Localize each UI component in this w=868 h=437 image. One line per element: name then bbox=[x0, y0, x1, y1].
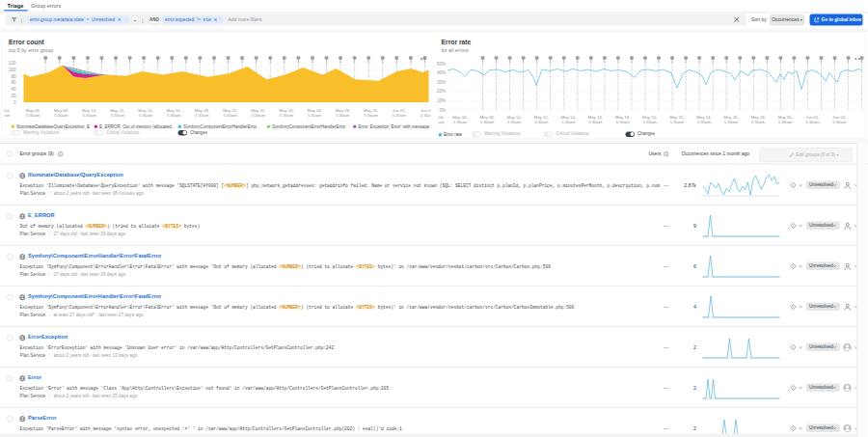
svg-text:5:30am: 5:30am bbox=[832, 120, 847, 124]
svg-text:10%: 10% bbox=[437, 98, 446, 103]
svg-text:am: am bbox=[5, 113, 11, 118]
svg-text:5:30am: 5:30am bbox=[167, 113, 181, 118]
svg-text:5:30am: 5:30am bbox=[139, 113, 153, 118]
svg-text:5:30am: 5:30am bbox=[697, 120, 712, 124]
svg-text:40%: 40% bbox=[437, 70, 446, 75]
svg-text:5:30am: 5:30am bbox=[751, 120, 766, 124]
svg-text:5:30am: 5:30am bbox=[805, 120, 820, 124]
svg-text:5:30am: 5:30am bbox=[364, 113, 378, 118]
svg-text:5:30am: 5:30am bbox=[724, 120, 739, 124]
svg-text:0%: 0% bbox=[439, 108, 446, 113]
svg-text:am: am bbox=[439, 120, 445, 124]
svg-text:5:30am: 5:30am bbox=[507, 120, 522, 124]
svg-text:5:30am: 5:30am bbox=[561, 120, 576, 124]
svg-text:5:30am: 5:30am bbox=[252, 113, 266, 118]
svg-text:5:30am: 5:30am bbox=[54, 113, 68, 118]
svg-text:120: 120 bbox=[9, 61, 16, 66]
svg-text:5:30am: 5:30am bbox=[308, 113, 322, 118]
svg-text:20%: 20% bbox=[437, 89, 446, 94]
svg-text:5:30am: 5:30am bbox=[778, 120, 793, 124]
svg-text:60: 60 bbox=[11, 80, 16, 85]
svg-text:5:30am: 5:30am bbox=[82, 113, 96, 118]
svg-text:5:30am: 5:30am bbox=[480, 120, 495, 124]
svg-text:20: 20 bbox=[11, 94, 16, 98]
svg-text:40: 40 bbox=[11, 87, 16, 92]
svg-text:5:30am: 5:30am bbox=[26, 113, 41, 118]
svg-text:5:30am: 5:30am bbox=[393, 113, 407, 118]
svg-text:30%: 30% bbox=[437, 80, 446, 85]
svg-text:0: 0 bbox=[14, 100, 16, 105]
svg-text:5:30am: 5:30am bbox=[588, 120, 603, 124]
svg-text:5:30am: 5:30am bbox=[643, 120, 658, 124]
svg-text:50%: 50% bbox=[437, 62, 446, 67]
svg-text:5:30am: 5:30am bbox=[336, 113, 350, 118]
svg-text:5:30am: 5:30am bbox=[670, 120, 685, 124]
svg-text:5:30am: 5:30am bbox=[420, 113, 431, 118]
svg-text:5:30am: 5:30am bbox=[223, 113, 237, 118]
svg-text:5:30am: 5:30am bbox=[615, 120, 630, 124]
svg-text:5:30am: 5:30am bbox=[195, 113, 209, 118]
svg-text:5:30am: 5:30am bbox=[453, 120, 468, 124]
svg-text:5:30am: 5:30am bbox=[534, 120, 549, 124]
svg-text:80: 80 bbox=[11, 74, 16, 79]
svg-text:5:30am: 5:30am bbox=[280, 113, 294, 118]
svg-text:100: 100 bbox=[9, 68, 16, 72]
svg-text:5:30am: 5:30am bbox=[111, 113, 125, 118]
